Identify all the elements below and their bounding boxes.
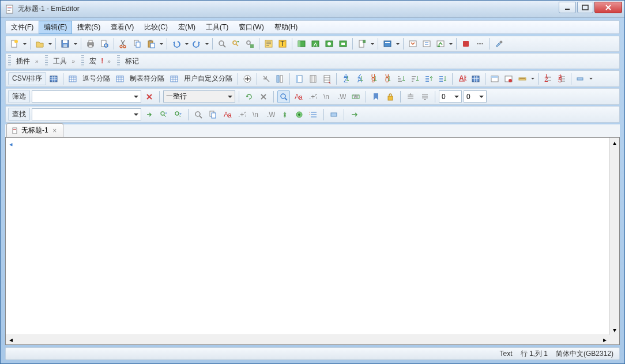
record-button[interactable] <box>460 37 472 50</box>
scroll-right-icon[interactable]: ▸ <box>600 335 609 344</box>
dedup-button[interactable]: Abc <box>455 73 468 85</box>
menu-view[interactable]: 查看(V) <box>106 21 139 34</box>
wrap-button[interactable] <box>262 37 275 50</box>
expand-icon[interactable]: » <box>33 58 40 65</box>
cut-button[interactable] <box>117 37 130 50</box>
menu-compare[interactable]: 比较(C) <box>139 21 173 34</box>
save-button[interactable] <box>59 37 71 50</box>
grip-icon[interactable] <box>45 55 48 67</box>
sort-len-desc-button[interactable] <box>409 73 421 85</box>
linenum2-button[interactable]: 123 <box>555 73 568 85</box>
csv-tool2-button[interactable] <box>274 73 287 85</box>
filter-lock-button[interactable] <box>384 90 397 103</box>
new-button[interactable] <box>8 37 21 50</box>
filter-below-button[interactable] <box>419 90 431 103</box>
csv-col1-button[interactable] <box>293 73 306 85</box>
print-button[interactable] <box>84 37 97 50</box>
tools-label[interactable]: 工具 <box>51 56 69 66</box>
search-prev-button[interactable] <box>157 108 170 121</box>
filter-case-button[interactable]: Aa <box>292 90 304 103</box>
bookmark-dropdown[interactable] <box>370 37 375 50</box>
document-tab[interactable]: 无标题-1 × <box>6 123 63 137</box>
menu-window[interactable]: 窗口(W) <box>234 21 269 34</box>
tab-sep-button[interactable] <box>114 73 126 85</box>
find-button[interactable] <box>216 37 228 50</box>
vertical-scrollbar[interactable]: ▴ ▾ <box>609 138 619 335</box>
filter-word-button[interactable]: .W. <box>335 90 348 103</box>
open-dropdown[interactable] <box>47 37 52 50</box>
sort-len-asc-button[interactable] <box>395 73 408 85</box>
grip-icon[interactable] <box>8 55 11 67</box>
scroll-up-icon[interactable]: ▴ <box>610 138 619 147</box>
print-preview-button[interactable] <box>98 37 111 50</box>
sort-09-button[interactable]: 09 <box>367 73 380 85</box>
view1-button[interactable] <box>295 37 308 50</box>
linenum-button[interactable]: 12 <box>541 73 554 85</box>
num1-combo[interactable]: 0 <box>439 90 462 103</box>
search-case-button[interactable]: Aa <box>221 108 234 121</box>
filter-refresh-button[interactable] <box>243 90 255 103</box>
filter-above-button[interactable] <box>404 90 417 103</box>
macro2-button[interactable] <box>420 37 433 50</box>
filter-combo[interactable] <box>32 90 141 103</box>
filter-bookmark-button[interactable] <box>370 90 382 103</box>
comma-sep-button[interactable] <box>66 73 79 85</box>
csv-add-button[interactable] <box>241 73 254 85</box>
filter-search-button[interactable] <box>277 90 290 103</box>
menu-search[interactable]: 搜索(S) <box>72 21 106 34</box>
macro3-button[interactable] <box>434 37 447 50</box>
search-find-button[interactable] <box>192 108 205 121</box>
grip-icon[interactable] <box>81 55 84 67</box>
sort-word-desc-button[interactable] <box>436 73 449 85</box>
save-dropdown[interactable] <box>73 37 78 50</box>
menu-edit[interactable]: 编辑(E) <box>39 21 72 34</box>
view4-button[interactable] <box>337 37 349 50</box>
expand-icon[interactable]: » <box>106 58 112 65</box>
extra-button[interactable] <box>574 73 587 85</box>
view3-button[interactable] <box>323 37 336 50</box>
redo-button[interactable] <box>190 37 203 50</box>
search-regex-button[interactable]: .+? <box>235 108 248 121</box>
horizontal-scrollbar[interactable]: ◂ ▸ <box>6 335 609 344</box>
find-next-button[interactable] <box>229 37 242 50</box>
paste-dropdown[interactable] <box>159 37 164 50</box>
user-sep-button[interactable] <box>168 73 180 85</box>
filter-cancel-button[interactable] <box>257 90 270 103</box>
sort-za-button[interactable]: ZA <box>353 73 366 85</box>
search-copy-button[interactable] <box>206 108 219 121</box>
replace-button[interactable] <box>243 37 256 50</box>
paste-button[interactable] <box>145 37 157 50</box>
search-selection-button[interactable] <box>327 108 340 121</box>
heading-button[interactable] <box>488 73 501 85</box>
macro3-dropdown[interactable] <box>448 37 453 50</box>
copy-button[interactable] <box>131 37 144 50</box>
num2-combo[interactable]: 0 <box>464 90 487 103</box>
undo-button[interactable] <box>170 37 183 50</box>
text-editor[interactable]: ◂ <box>6 138 619 344</box>
menu-tools[interactable]: 工具(T) <box>201 21 234 34</box>
user-sep-label[interactable]: 用户自定义分隔 <box>182 74 235 84</box>
menu-help[interactable]: 帮助(H) <box>269 21 303 34</box>
search-word-button[interactable]: .W. <box>264 108 277 121</box>
grid-button[interactable] <box>469 73 482 85</box>
close-button[interactable] <box>594 2 622 13</box>
column-combo[interactable]: 一整行 <box>163 90 235 103</box>
ruler-button[interactable] <box>516 73 529 85</box>
filter-regex-button[interactable]: .+? <box>306 90 319 103</box>
stop-button[interactable] <box>473 37 486 50</box>
search-incremental-button[interactable] <box>307 108 320 121</box>
csv-col2-button[interactable] <box>307 73 319 85</box>
redo-dropdown[interactable] <box>204 37 209 50</box>
config-button[interactable] <box>381 37 394 50</box>
macro1-button[interactable] <box>406 37 419 50</box>
config-dropdown[interactable] <box>395 37 400 50</box>
csv-col3-button[interactable] <box>321 73 333 85</box>
search-combo[interactable] <box>32 108 141 120</box>
menu-macro[interactable]: 宏(M) <box>173 21 201 34</box>
sort-90-button[interactable]: 90 <box>381 73 394 85</box>
csv-tool1-button[interactable] <box>260 73 273 85</box>
markers-label[interactable]: 标记 <box>123 56 141 66</box>
ruler-dropdown[interactable] <box>530 73 535 85</box>
extra-dropdown[interactable] <box>588 73 593 85</box>
tab-close-button[interactable]: × <box>51 127 58 134</box>
